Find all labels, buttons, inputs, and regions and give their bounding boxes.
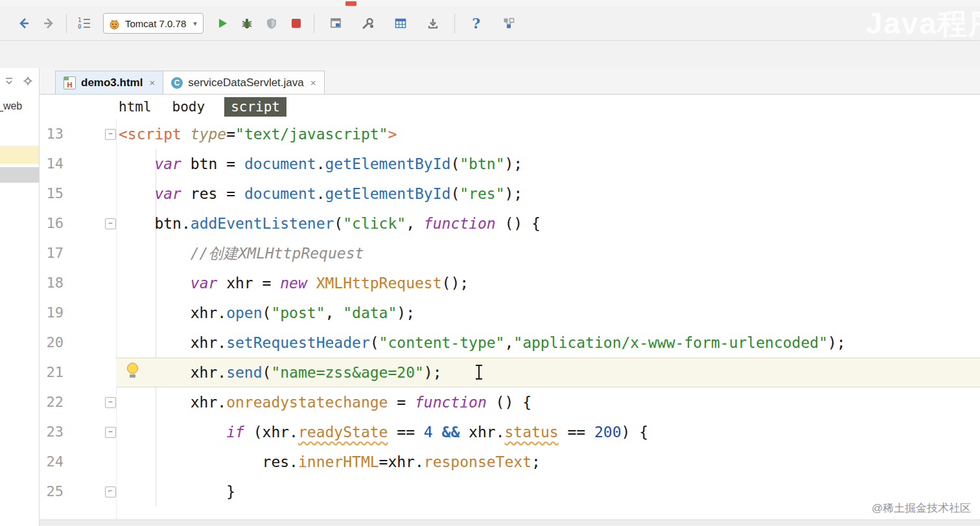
project-tree-item-highlighted[interactable] (0, 146, 39, 164)
token-fn: document (244, 185, 316, 202)
download-button[interactable] (421, 12, 445, 35)
token-plain: xhr = (217, 275, 280, 292)
line-number: 25 (40, 477, 64, 507)
code-line-14[interactable]: 14 var btn = document.getElementById("bt… (40, 149, 980, 179)
code-line-17[interactable]: 17 //创建XMLHttpRequest (40, 238, 980, 268)
token-attr: type (191, 126, 226, 143)
token-plain (433, 424, 442, 440)
code-text[interactable]: xhr.onreadystatechange = function () { (116, 387, 980, 417)
intention-bulb-icon[interactable] (126, 363, 138, 381)
gutter: 23− (40, 417, 116, 447)
code-line-24[interactable]: 24 res.innerHTML=xhr.responseText; (40, 447, 980, 477)
horizontal-scrollbar[interactable] (40, 520, 980, 526)
code-line-13[interactable]: 13−<script type="text/javascript"> (40, 119, 980, 149)
code-line-23[interactable]: 23− if (xhr.readyState == 4 && xhr.statu… (40, 417, 980, 447)
token-fn: addEventListener (191, 215, 334, 232)
html-file-icon: H (64, 76, 76, 89)
breadcrumb-script[interactable]: script (224, 97, 286, 117)
panel-collapse-button[interactable] (3, 74, 16, 87)
token-plain: xhr. (119, 394, 226, 411)
code-text[interactable]: res.innerHTML=xhr.responseText; (116, 447, 980, 477)
coverage-button[interactable] (259, 12, 284, 35)
fold-end-icon[interactable]: ⌐ (105, 486, 116, 497)
code-line-25[interactable]: 25⌐ } (40, 477, 980, 507)
svg-text:1: 1 (78, 17, 81, 23)
project-structure-button[interactable] (496, 12, 521, 35)
code-line-15[interactable]: 15 var res = document.getElementById("re… (40, 179, 980, 209)
code-text[interactable]: xhr.open("post", "data"); (116, 298, 980, 328)
back-button[interactable] (12, 12, 36, 35)
breadcrumb-html[interactable]: html (117, 98, 153, 116)
data-table-icon (394, 17, 407, 30)
code-line-21[interactable]: 21 xhr.send("name=zss&age=20"); (40, 358, 980, 387)
token-fn: open (226, 304, 262, 321)
editor-tab-bar: H demo3.html × C serviceDataServlet.java… (40, 68, 980, 95)
token-plain: () { (487, 394, 531, 411)
settings-tools-button[interactable] (356, 12, 380, 35)
code-text[interactable]: } (116, 477, 980, 507)
code-text[interactable]: if (xhr.readyState == 4 && xhr.status ==… (116, 417, 980, 447)
token-plain: ( (450, 155, 460, 172)
code-line-16[interactable]: 16− btn.addEventListener("click", functi… (40, 209, 980, 238)
token-plain: ( (370, 334, 379, 351)
code-text[interactable]: xhr.send("name=zss&age=20"); (116, 358, 980, 387)
tab-servicedataservlet-java[interactable]: C serviceDataServlet.java × (163, 71, 324, 94)
breadcrumb-body[interactable]: body (171, 98, 207, 116)
code-text[interactable]: //创建XMLHttpRequest (116, 238, 980, 268)
token-plain: , (504, 334, 513, 351)
run-button[interactable] (210, 12, 235, 35)
code-editor[interactable]: 13−<script type="text/javascript">14 var… (40, 119, 980, 526)
stop-button[interactable] (284, 12, 309, 35)
fold-collapse-icon[interactable]: − (105, 129, 116, 140)
window-layout-button[interactable] (323, 12, 348, 35)
code-line-22[interactable]: 22− xhr.onreadystatechange = function ()… (40, 387, 980, 417)
fold-collapse-icon[interactable]: − (105, 427, 116, 438)
project-structure-icon (502, 17, 515, 30)
run-configuration-select[interactable]: Tomcat 7.0.78 ▾ (103, 13, 204, 34)
project-tree-item-selected[interactable] (0, 167, 39, 183)
project-tree-item[interactable]: _web (0, 100, 22, 112)
token-plain: == (559, 424, 594, 440)
code-text[interactable]: btn.addEventListener("click", function (… (116, 209, 980, 238)
debug-button[interactable] (235, 12, 259, 35)
panel-gear-button[interactable] (21, 74, 34, 87)
debug-bug-icon (240, 17, 253, 30)
gutter: 18 (40, 268, 116, 298)
code-text[interactable]: xhr.setRequestHeader("content-type","app… (116, 328, 980, 358)
close-icon[interactable]: × (149, 77, 155, 88)
gutter: 15 (40, 179, 116, 209)
code-line-20[interactable]: 20 xhr.setRequestHeader("content-type","… (40, 328, 980, 358)
gutter: 19 (40, 298, 116, 328)
code-line-19[interactable]: 19 xhr.open("post", "data"); (40, 298, 980, 328)
sort-lines-button[interactable]: 1 0 (72, 12, 97, 35)
tab-demo3-html[interactable]: H demo3.html × (55, 71, 163, 94)
help-button[interactable]: ? (464, 12, 489, 35)
token-plain: } (119, 483, 235, 500)
token-plain: btn = (181, 155, 244, 172)
gutter: 21 (40, 358, 116, 387)
code-text[interactable]: var btn = document.getElementById("btn")… (116, 149, 980, 179)
close-icon[interactable]: × (310, 77, 316, 88)
forward-button[interactable] (36, 12, 61, 35)
download-icon (426, 17, 439, 30)
java-class-icon: C (171, 77, 183, 89)
token-plain: =xhr. (379, 453, 424, 470)
mouse-ibeam-cursor (474, 364, 484, 381)
line-number: 23 (40, 417, 64, 447)
fold-collapse-icon[interactable]: − (105, 218, 116, 229)
code-text[interactable]: <script type="text/javascript"> (116, 119, 980, 149)
fold-collapse-icon[interactable]: − (105, 397, 116, 408)
code-text[interactable]: var res = document.getElementById("res")… (116, 179, 980, 209)
token-warn: readyState (298, 424, 388, 440)
code-text[interactable]: var xhr = new XMLHttpRequest(); (116, 268, 980, 298)
data-table-button[interactable] (388, 12, 413, 35)
run-play-icon (216, 17, 229, 30)
token-plain: , (325, 304, 344, 321)
gutter: 13− (40, 119, 116, 149)
code-line-18[interactable]: 18 var xhr = new XMLHttpRequest(); (40, 268, 980, 298)
token-plain: ); (424, 364, 442, 381)
token-str: "btn" (460, 155, 504, 172)
line-number: 21 (40, 358, 64, 387)
token-kw: new (280, 275, 307, 292)
ide-window: 1 0 Tomcat 7.0.78 ▾ (0, 0, 980, 526)
